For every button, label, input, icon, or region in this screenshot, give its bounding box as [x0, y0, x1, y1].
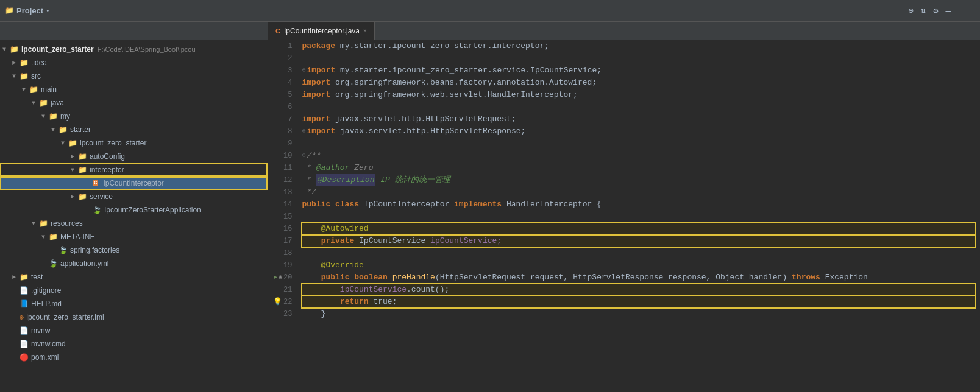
folder-icon-interceptor: 📁	[78, 166, 87, 175]
code-line-9	[302, 138, 975, 150]
settings-icon[interactable]: ⚙	[933, 5, 938, 16]
tree-item-starter[interactable]: ▼ 📁 starter	[0, 123, 268, 136]
tree-item-root[interactable]: ▼ 📁 ipcount_zero_starter F:\Code\IDEA\Sp…	[0, 43, 268, 56]
arrow-starter: ▼	[51, 127, 59, 133]
arrow-resources: ▼	[32, 220, 39, 227]
tree-item-autoconfig[interactable]: ► 📁 autoConfig	[0, 150, 268, 163]
file-icon-mvnw: 📄	[20, 326, 29, 335]
folder-icon-resources: 📁	[39, 219, 48, 228]
folder-icon-autoconfig: 📁	[78, 152, 87, 161]
project-title[interactable]: Project	[16, 6, 43, 15]
code-line-1: package my.starter.ipcount_zero_starter.…	[302, 40, 975, 52]
folder-icon-starter: 📁	[59, 125, 68, 135]
tree-item-meta-inf[interactable]: ▼ 📁 META-INF	[0, 230, 268, 243]
project-dropdown-icon[interactable]: ▾	[46, 7, 50, 15]
tree-item-application[interactable]: 🍃 IpcountZeroStarterApplication	[0, 203, 268, 217]
folder-icon-test: 📁	[20, 273, 29, 282]
folder-icon-root: 📁	[10, 45, 19, 54]
minimize-icon[interactable]: —	[946, 6, 951, 16]
line-num-10: 10	[273, 150, 292, 162]
line-num-16: 16	[273, 223, 292, 235]
line-num-7: 7	[273, 113, 292, 125]
tree-item-mvnw-cmd[interactable]: 📄 mvnw.cmd	[0, 337, 268, 351]
tree-item-gitignore[interactable]: 📄 .gitignore	[0, 284, 268, 297]
code-line-13: */	[302, 186, 975, 198]
sort-icon[interactable]: ⇅	[921, 5, 926, 16]
code-line-3: ⊕import my.starter.ipcount_zero_starter.…	[302, 65, 975, 77]
tree-label-IpCountInterceptor: IpCountInterceptor	[103, 179, 163, 187]
tree-item-main[interactable]: ▼ 📁 main	[0, 83, 268, 96]
editor[interactable]: 1 2 3 4 5 6 7 8 9 10 11 12 13 14 15 16 1…	[268, 40, 980, 392]
tree-label-java: java	[51, 99, 64, 107]
tree-label-application: IpcountZeroStarterApplication	[104, 206, 201, 214]
main-content: ▼ 📁 ipcount_zero_starter F:\Code\IDEA\Sp…	[0, 40, 980, 392]
tree-item-resources[interactable]: ▼ 📁 resources	[0, 217, 268, 230]
line-num-21: 21	[273, 284, 292, 296]
tree-label-service: service	[90, 192, 113, 201]
tree-label-starter: starter	[70, 125, 91, 134]
tree-item-test[interactable]: ► 📁 test	[0, 270, 268, 284]
folder-icon-idea: 📁	[20, 58, 29, 68]
tree-item-ipcount-pkg[interactable]: ▼ 📁 ipcount_zero_starter	[0, 136, 268, 150]
tab-IpCountInterceptor[interactable]: C IpCountInterceptor.java ×	[268, 22, 375, 40]
code-line-15	[302, 211, 975, 223]
code-line-2	[302, 52, 975, 65]
arrow-idea: ►	[12, 60, 20, 66]
tree-item-iml[interactable]: ⚙ ipcount_zero_starter.iml	[0, 310, 268, 324]
folder-icon-ipcount-pkg: 📁	[68, 139, 77, 148]
line-num-15: 15	[273, 211, 292, 223]
tree-item-idea[interactable]: ► 📁 .idea	[0, 56, 268, 69]
tree-item-src[interactable]: ▼ 📁 src	[0, 69, 268, 83]
line-num-5: 5	[273, 89, 292, 101]
tree-label-test: test	[31, 273, 43, 281]
tree-item-spring-factories[interactable]: 🍃 spring.factories	[0, 243, 268, 257]
code-line-12: * @Description IP 统计的统一管理	[302, 174, 975, 186]
line-num-19: 19	[273, 259, 292, 271]
folder-icon-java: 📁	[39, 99, 48, 108]
tree-label-pom-xml: pom.xml	[31, 353, 59, 362]
tree-label-root-path: F:\Code\IDEA\Spring_Boot\ipcou	[98, 46, 196, 53]
tab-bar: C IpCountInterceptor.java ×	[0, 22, 980, 40]
code-line-8: ⊕import javax.servlet.http.HttpServletRe…	[302, 125, 975, 138]
tree-item-application-yml[interactable]: 🍃 application.yml	[0, 257, 268, 270]
line-num-14: 14	[273, 198, 292, 211]
xml-icon-pom: 🔴	[20, 353, 29, 362]
arrow-service: ►	[71, 194, 78, 200]
arrow-java: ▼	[32, 100, 39, 107]
tab-close-button[interactable]: ×	[363, 27, 367, 34]
tree-item-IpCountInterceptor[interactable]: C IpCountInterceptor	[0, 177, 268, 190]
code-line-5: import org.springframework.web.servlet.H…	[302, 89, 975, 101]
line-num-23: 23	[273, 308, 292, 320]
tree-item-interceptor[interactable]: ▼ 📁 interceptor	[0, 163, 268, 177]
line-num-2: 2	[273, 52, 292, 65]
tree-label-application-yml: application.yml	[60, 259, 108, 268]
project-tree[interactable]: ▼ 📁 ipcount_zero_starter F:\Code\IDEA\Sp…	[0, 40, 268, 392]
line-numbers: 1 2 3 4 5 6 7 8 9 10 11 12 13 14 15 16 1…	[268, 40, 297, 392]
tree-item-service[interactable]: ► 📁 service	[0, 190, 268, 203]
code-line-20: public boolean preHandle(HttpServletRequ…	[302, 271, 975, 284]
java-icon-IpCountInterceptor: C	[93, 180, 98, 186]
tab-java-icon: C	[275, 27, 280, 35]
tree-item-my[interactable]: ▼ 📁 my	[0, 110, 268, 123]
line-num-4: 4	[273, 77, 292, 89]
top-bar-actions: ⊕ ⇅ ⚙ —	[908, 5, 951, 16]
code-area[interactable]: package my.starter.ipcount_zero_starter.…	[297, 40, 980, 392]
green-icon-yml: 🍃	[49, 259, 58, 268]
code-line-18	[302, 247, 975, 259]
arrow-main: ▼	[22, 86, 29, 93]
folder-icon: 📁	[5, 6, 14, 15]
tree-item-pom-xml[interactable]: 🔴 pom.xml	[0, 351, 268, 364]
tree-item-java[interactable]: ▼ 📁 java	[0, 96, 268, 110]
tree-item-help-md[interactable]: 📘 HELP.md	[0, 297, 268, 310]
tree-item-mvnw[interactable]: 📄 mvnw	[0, 324, 268, 337]
add-icon[interactable]: ⊕	[908, 5, 913, 16]
spring-icon-factories: 🍃	[59, 246, 68, 255]
tree-label-spring-factories: spring.factories	[70, 246, 119, 254]
tab-label: IpCountInterceptor.java	[284, 27, 360, 35]
md-icon-help: 📘	[20, 299, 29, 309]
tree-label-gitignore: .gitignore	[31, 286, 61, 295]
arrow-root: ▼	[2, 46, 10, 53]
arrow-ipcount-pkg: ▼	[61, 140, 68, 147]
file-icon-mvnw-cmd: 📄	[20, 340, 29, 349]
folder-icon-my: 📁	[49, 112, 58, 121]
